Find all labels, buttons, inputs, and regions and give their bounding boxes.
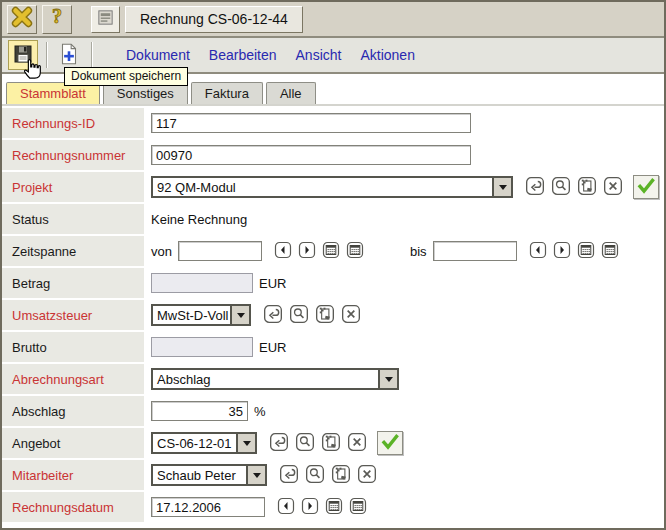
abschlag-label: Abschlag	[2, 396, 144, 426]
von-prev-button[interactable]	[274, 242, 292, 260]
umsatzsteuer-label: Umsatzsteuer	[2, 300, 144, 330]
tab-alle[interactable]: Alle	[266, 82, 316, 104]
von-label: von	[151, 244, 172, 259]
clear-icon	[357, 464, 377, 487]
rechnungsdatum-label: Rechnungsdatum	[2, 492, 144, 522]
next-icon	[301, 497, 319, 518]
paste-icon	[577, 176, 597, 199]
rechnungsnummer-label: Rechnungsnummer	[2, 140, 144, 170]
zeitspanne-bis-input[interactable]	[433, 241, 517, 261]
umsatzsteuer-paste-button[interactable]	[315, 305, 335, 325]
mitarbeiter-clear-button[interactable]	[357, 465, 377, 485]
angebot-confirm-button[interactable]	[377, 431, 403, 455]
rechnungsdatum-prev-button[interactable]	[277, 498, 295, 516]
umsatzsteuer-select[interactable]: MwSt-D-Voll	[151, 304, 251, 326]
rechnungs-id-label: Rechnungs-ID	[2, 108, 144, 138]
paste-icon	[331, 464, 351, 487]
search-icon	[295, 432, 315, 455]
von-next-button[interactable]	[298, 242, 316, 260]
mitarbeiter-goto-button[interactable]	[279, 465, 299, 485]
umsatzsteuer-goto-button[interactable]	[263, 305, 283, 325]
app-window: Rechnung CS-06-12-44 Dokument Bearbeiten…	[0, 0, 666, 530]
bis-next-button[interactable]	[553, 242, 571, 260]
bis-label: bis	[410, 244, 427, 259]
new-document-icon	[56, 41, 82, 70]
bis-prev-button[interactable]	[529, 242, 547, 260]
goto-icon	[525, 176, 545, 199]
betrag-label: Betrag	[2, 268, 144, 298]
document-icon-button[interactable]	[91, 6, 120, 33]
bis-calendar-button[interactable]	[577, 242, 595, 260]
umsatzsteuer-search-button[interactable]	[289, 305, 309, 325]
clear-icon	[341, 304, 361, 327]
mitarbeiter-value: Schaub Peter	[153, 466, 246, 484]
angebot-paste-button[interactable]	[321, 433, 341, 453]
row-angebot: Angebot CS-06-12-01	[2, 428, 664, 458]
brutto-input	[151, 337, 253, 357]
calendar-icon	[349, 497, 367, 518]
projekt-confirm-button[interactable]	[633, 175, 659, 199]
chevron-down-icon[interactable]	[246, 466, 265, 484]
menu-dokument[interactable]: Dokument	[126, 47, 190, 63]
projekt-search-button[interactable]	[551, 177, 571, 197]
tab-faktura[interactable]: Faktura	[191, 82, 263, 104]
rechnungsnummer-input[interactable]	[151, 145, 471, 165]
row-projekt: Projekt 92 QM-Modul	[2, 172, 664, 202]
rechnungsdatum-calendar-button[interactable]	[325, 498, 343, 516]
paste-icon	[321, 432, 341, 455]
projekt-clear-button[interactable]	[603, 177, 623, 197]
angebot-search-button[interactable]	[295, 433, 315, 453]
save-tooltip: Dokument speichern	[64, 67, 188, 86]
hand-cursor-icon	[19, 54, 45, 84]
calendar-icon	[346, 241, 364, 262]
brutto-label: Brutto	[2, 332, 144, 362]
menu-bearbeiten[interactable]: Bearbeiten	[209, 47, 277, 63]
chevron-down-icon[interactable]	[230, 306, 249, 324]
menu-ansicht[interactable]: Ansicht	[296, 47, 342, 63]
mitarbeiter-search-button[interactable]	[305, 465, 325, 485]
projekt-goto-button[interactable]	[525, 177, 545, 197]
zeitspanne-von-input[interactable]	[178, 241, 262, 261]
document-window-icon	[96, 8, 115, 31]
menu-aktionen[interactable]: Aktionen	[360, 47, 414, 63]
projekt-select[interactable]: 92 QM-Modul	[151, 176, 513, 198]
title-bar: Rechnung CS-06-12-44	[2, 2, 664, 38]
help-button[interactable]	[42, 5, 72, 34]
abschlag-input[interactable]	[151, 401, 248, 421]
angebot-select[interactable]: CS-06-12-01	[151, 432, 257, 454]
von-calendar-button[interactable]	[322, 242, 340, 260]
chevron-down-icon[interactable]	[236, 434, 255, 452]
rechnungs-id-input[interactable]	[151, 113, 471, 133]
bis-calendar2-button[interactable]	[601, 242, 619, 260]
angebot-goto-button[interactable]	[269, 433, 289, 453]
mitarbeiter-select[interactable]: Schaub Peter	[151, 464, 267, 486]
check-icon	[636, 176, 656, 199]
status-label: Status	[2, 204, 144, 234]
von-calendar2-button[interactable]	[346, 242, 364, 260]
row-abrechnungsart: Abrechnungsart Abschlag	[2, 364, 664, 394]
prev-icon	[529, 241, 547, 262]
row-betrag: Betrag EUR	[2, 268, 664, 298]
chevron-down-icon[interactable]	[378, 370, 397, 388]
projekt-paste-button[interactable]	[577, 177, 597, 197]
rechnungsdatum-input[interactable]	[151, 497, 265, 517]
rechnungsdatum-next-button[interactable]	[301, 498, 319, 516]
row-abschlag: Abschlag %	[2, 396, 664, 426]
toolbar-separator	[46, 42, 47, 68]
prev-icon	[277, 497, 295, 518]
form-stammblatt: Rechnungs-ID Rechnungsnummer Projekt 92 …	[2, 104, 664, 522]
mitarbeiter-paste-button[interactable]	[331, 465, 351, 485]
abrechnungsart-select[interactable]: Abschlag	[151, 368, 399, 390]
paste-icon	[315, 304, 335, 327]
row-status: Status Keine Rechnung	[2, 204, 664, 234]
betrag-input	[151, 273, 253, 293]
window-title: Rechnung CS-06-12-44	[125, 6, 303, 33]
new-document-button[interactable]	[55, 41, 83, 69]
close-button[interactable]	[7, 5, 37, 34]
rechnungsdatum-calendar2-button[interactable]	[349, 498, 367, 516]
chevron-down-icon[interactable]	[492, 178, 511, 196]
umsatzsteuer-clear-button[interactable]	[341, 305, 361, 325]
calendar-icon	[325, 497, 343, 518]
row-zeitspanne: Zeitspanne von bis	[2, 236, 664, 266]
angebot-clear-button[interactable]	[347, 433, 367, 453]
